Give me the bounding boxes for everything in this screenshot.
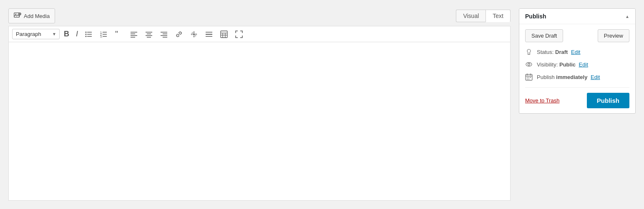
publish-time-text: Publish immediately Edit: [537, 74, 629, 80]
svg-point-32: [193, 35, 195, 37]
svg-rect-40: [221, 31, 227, 38]
visibility-row: Visibility: Public Edit: [525, 61, 629, 68]
paragraph-select[interactable]: Paragraph Heading 1 Heading 2 Heading 3 …: [12, 29, 60, 39]
unordered-list-button[interactable]: [82, 28, 96, 40]
visibility-value: Public: [559, 61, 576, 68]
special-chars-button[interactable]: [187, 28, 201, 40]
publish-box-header: Publish ▲: [519, 9, 635, 24]
italic-button[interactable]: I: [73, 28, 80, 40]
publish-time-row: Publish immediately Edit: [525, 73, 629, 81]
visual-text-tabs: Visual Text: [456, 10, 511, 22]
editor-area: Add Media Visual Text Paragraph Heading …: [8, 8, 511, 201]
svg-rect-55: [527, 79, 528, 79]
svg-text:3.: 3.: [100, 35, 103, 38]
tab-text[interactable]: Text: [486, 10, 511, 22]
preview-button[interactable]: Preview: [598, 29, 629, 42]
calendar-icon: [525, 73, 533, 81]
visibility-label: Visibility:: [537, 61, 558, 68]
svg-point-33: [191, 33, 193, 35]
svg-point-47: [528, 64, 530, 66]
status-row: Status: Draft Edit: [525, 48, 629, 56]
insert-table-button[interactable]: [217, 28, 231, 40]
collapse-icon[interactable]: ▲: [625, 14, 629, 19]
publish-actions-row: Save Draft Preview: [525, 29, 629, 42]
publish-footer: Move to Trash Publish: [525, 87, 629, 108]
visibility-edit-link[interactable]: Edit: [579, 61, 588, 68]
publish-meta: Status: Draft Edit Visibility: Public Ed…: [525, 48, 629, 81]
publish-button[interactable]: Publish: [587, 93, 629, 108]
publish-box-title: Publish: [525, 13, 546, 20]
editor-toolbar: Paragraph Heading 1 Heading 2 Heading 3 …: [8, 26, 511, 42]
blockquote-button[interactable]: ": [112, 28, 126, 40]
publish-label: Publish: [537, 74, 555, 80]
horizontal-rule-button[interactable]: [202, 28, 216, 40]
svg-point-5: [86, 31, 87, 33]
svg-point-1: [15, 14, 17, 15]
status-text: Status: Draft Edit: [537, 49, 629, 55]
svg-point-31: [193, 31, 195, 33]
svg-rect-54: [530, 77, 531, 78]
sidebar: Publish ▲ Save Draft Preview: [519, 8, 636, 201]
publish-box-body: Save Draft Preview Status: Draft Edit: [519, 24, 635, 113]
add-media-icon: [14, 11, 21, 20]
svg-rect-52: [527, 77, 528, 78]
move-to-trash-link[interactable]: Move to Trash: [525, 97, 559, 104]
status-edit-link[interactable]: Edit: [571, 49, 580, 55]
visibility-text: Visibility: Public Edit: [537, 61, 629, 68]
svg-rect-56: [528, 79, 529, 79]
fullscreen-button[interactable]: [232, 28, 246, 40]
svg-point-9: [86, 36, 87, 37]
publish-time-edit-link[interactable]: Edit: [591, 74, 600, 80]
bold-button[interactable]: B: [61, 28, 72, 40]
add-media-button[interactable]: Add Media: [8, 8, 55, 23]
align-left-button[interactable]: [127, 28, 141, 40]
insert-link-button[interactable]: [172, 28, 186, 40]
svg-rect-53: [528, 77, 529, 78]
align-right-button[interactable]: [157, 28, 171, 40]
svg-point-7: [86, 33, 87, 35]
svg-text:": ": [115, 30, 118, 38]
paragraph-select-wrap: Paragraph Heading 1 Heading 2 Heading 3 …: [12, 29, 60, 39]
align-center-button[interactable]: [142, 28, 156, 40]
svg-point-34: [195, 33, 197, 35]
publish-box: Publish ▲ Save Draft Preview: [519, 8, 636, 114]
svg-point-30: [193, 33, 195, 35]
status-icon: [525, 48, 533, 56]
editor-content[interactable]: [8, 42, 511, 201]
tab-visual[interactable]: Visual: [456, 10, 486, 22]
status-value: Draft: [555, 49, 568, 55]
ordered-list-button[interactable]: 1.2.3.: [97, 28, 111, 40]
publish-value: immediately: [556, 74, 587, 80]
save-draft-button[interactable]: Save Draft: [525, 29, 563, 42]
add-media-label: Add Media: [24, 13, 50, 19]
editor-top-bar: Add Media Visual Text: [8, 8, 511, 23]
status-label: Status:: [537, 49, 553, 55]
visibility-icon: [525, 61, 533, 68]
